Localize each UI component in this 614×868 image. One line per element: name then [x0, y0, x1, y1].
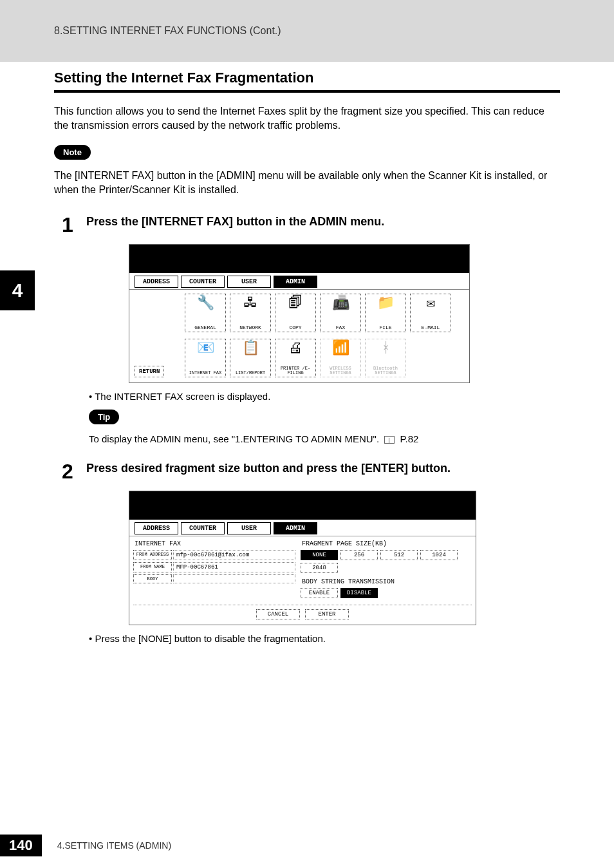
printer-efiling-button[interactable]: 🖨PRINTER /E-FILING	[275, 339, 316, 377]
list-report-button[interactable]: 📋LIST/REPORT	[230, 339, 271, 377]
bluetooth-icon: ᚼ	[382, 342, 390, 356]
step1-bullet: The INTERNET FAX screen is displayed.	[89, 391, 560, 402]
internet-fax-screenshot: ADDRESS COUNTER USER ADMIN INTERNET FAX …	[129, 491, 476, 625]
internet-fax-button[interactable]: 📧INTERNET FAX	[185, 339, 226, 377]
step-text: Press desired fragment size button and p…	[86, 461, 560, 476]
copy-button[interactable]: 🗐COPY	[275, 294, 316, 332]
fax-icon: 📠	[332, 297, 349, 311]
breadcrumb: 8.SETTING INTERNET FAX FUNCTIONS (Cont.)	[54, 25, 281, 37]
step2-bullet: Press the [NONE] button to disable the f…	[89, 633, 560, 644]
tab-admin[interactable]: ADMIN	[274, 276, 317, 288]
cancel-button[interactable]: CANCEL	[256, 609, 300, 619]
tip-text: To display the ADMIN menu, see "1.ENTERI…	[89, 433, 560, 444]
body-value	[173, 574, 295, 583]
wireless-icon: 📶	[332, 342, 349, 356]
size-512-button[interactable]: 512	[380, 550, 418, 560]
tab-counter[interactable]: COUNTER	[181, 522, 225, 534]
file-button[interactable]: 📁FILE	[365, 294, 406, 332]
tab-user[interactable]: USER	[227, 276, 271, 288]
internet-fax-title: INTERNET FAX	[133, 538, 295, 550]
fax-button[interactable]: 📠FAX	[320, 294, 361, 332]
tab-admin[interactable]: ADMIN	[274, 522, 317, 534]
size-none-button[interactable]: NONE	[301, 550, 338, 560]
section-intro: This function allows you to send the Int…	[54, 104, 560, 133]
wireless-settings-button: 📶WIRELESS SETTINGS	[320, 339, 361, 377]
from-name-button[interactable]: FROM NAME	[133, 562, 172, 572]
email-button[interactable]: ✉E-MAIL	[410, 294, 451, 332]
screen1-tabs: ADDRESS COUNTER USER ADMIN	[129, 273, 469, 290]
general-icon: 🔧	[197, 297, 214, 311]
general-button[interactable]: 🔧GENERAL	[185, 294, 226, 332]
bst-disable-button[interactable]: DISABLE	[340, 588, 378, 598]
step-2: 2 Press desired fragment size button and…	[62, 461, 560, 482]
footer-text: 4.SETTING ITEMS (ADMIN)	[57, 840, 171, 851]
enter-button[interactable]: ENTER	[305, 609, 349, 619]
tab-address[interactable]: ADDRESS	[135, 522, 178, 534]
from-address-value: mfp-00c67861@ifax.com	[173, 550, 295, 560]
page-footer: 140 4.SETTING ITEMS (ADMIN)	[0, 835, 171, 856]
section-rule	[54, 90, 560, 93]
size-2048-button[interactable]: 2048	[301, 563, 338, 573]
email-icon: ✉	[426, 297, 434, 311]
printer-icon: 🖨	[288, 342, 302, 356]
divider	[133, 605, 472, 605]
page-header-band: 8.SETTING INTERNET FAX FUNCTIONS (Cont.)	[0, 0, 614, 62]
chapter-side-tab: 4	[0, 270, 35, 310]
tip-badge: Tip	[89, 410, 119, 424]
internet-fax-icon: 📧	[197, 342, 214, 356]
size-1024-button[interactable]: 1024	[420, 550, 458, 560]
body-button[interactable]: BODY	[133, 574, 172, 583]
admin-icon-row-2: 📧INTERNET FAX 📋LIST/REPORT 🖨PRINTER /E-F…	[129, 335, 469, 382]
from-address-button[interactable]: FROM ADDRESS	[133, 550, 172, 560]
from-name-value: MFP-00C67861	[173, 562, 295, 572]
book-icon	[384, 436, 395, 444]
section-title: Setting the Internet Fax Fragmentation	[54, 70, 560, 86]
step-number: 2	[62, 461, 76, 482]
screen2-tabs: ADDRESS COUNTER USER ADMIN	[129, 520, 476, 536]
fragment-size-buttons: NONE 256 512 1024 2048	[301, 550, 472, 573]
fragment-size-title: FRAGMENT PAGE SIZE(KB)	[301, 538, 472, 550]
tab-address[interactable]: ADDRESS	[135, 276, 178, 288]
admin-menu-screenshot: ADDRESS COUNTER USER ADMIN 🔧GENERAL 🖧NET…	[129, 244, 470, 383]
size-256-button[interactable]: 256	[340, 550, 378, 560]
file-icon: 📁	[377, 297, 395, 311]
step-text: Press the [INTERNET FAX] button in the A…	[86, 214, 560, 229]
tab-user[interactable]: USER	[227, 522, 271, 534]
page-number: 140	[0, 835, 42, 856]
tab-counter[interactable]: COUNTER	[181, 276, 225, 288]
network-icon: 🖧	[243, 297, 257, 311]
step-number: 1	[62, 214, 76, 235]
return-button[interactable]: RETURN	[135, 366, 164, 377]
screen-topbar	[129, 491, 476, 520]
bst-title: BODY STRING TRANSMISSION	[301, 576, 472, 588]
screen-topbar	[129, 245, 469, 273]
bluetooth-settings-button: ᚼBluetooth SETTINGS	[365, 339, 406, 377]
note-badge: Note	[54, 145, 91, 160]
copy-icon: 🗐	[288, 297, 302, 311]
admin-icon-row-1: 🔧GENERAL 🖧NETWORK 🗐COPY 📠FAX 📁FILE ✉E-MA…	[129, 290, 469, 335]
bst-enable-button[interactable]: ENABLE	[301, 588, 338, 598]
network-button[interactable]: 🖧NETWORK	[230, 294, 271, 332]
note-text: The [INTERNET FAX] button in the [ADMIN]…	[54, 169, 560, 198]
list-report-icon: 📋	[242, 342, 259, 356]
step-1: 1 Press the [INTERNET FAX] button in the…	[62, 214, 560, 235]
